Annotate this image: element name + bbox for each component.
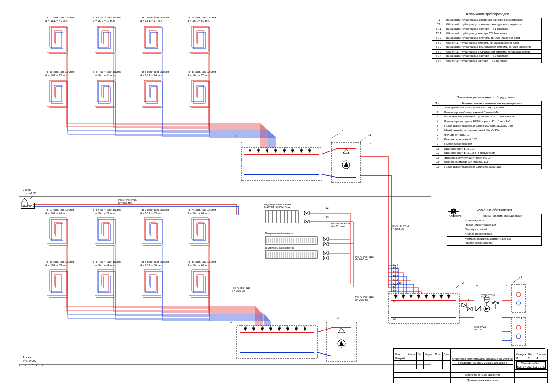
cu-label-1: Медь PN2528x1мм (481, 294, 493, 299)
pex-label-2: Pex-Al-Pex PN16d = 26x3 мм (355, 256, 374, 261)
line-tag: Т2.2 (393, 282, 398, 285)
loop-label: ТП 3-конт. шаг 150ммd = 16 L = 57 м.п. (140, 16, 169, 22)
svg-line-45 (317, 328, 331, 332)
line-tag: Т2.1 (393, 290, 398, 293)
floor2-level: 2 этажотм. +3,50 (23, 188, 36, 195)
pex-label-3: Pex-Al-Pex PN16d = 26x3 мм (391, 225, 409, 230)
callout-12a: 12 (368, 142, 371, 145)
pex-label-5: Pex-Al-Pex PN16d = 26x3 мм (355, 296, 374, 301)
svg-line-46 (317, 352, 331, 356)
loop-label: ТП 6-конт. шаг 150ммd = 16 L = 56 м.п. (140, 260, 169, 267)
loop-label: ТП 8-конт. шаг 150ммd = 16 L = 77 м.п. (45, 260, 74, 267)
svg-line-51 (455, 283, 461, 290)
floor1-level: 1 этажотм. 0,000 (23, 356, 36, 362)
callout-3a: 3 (342, 130, 343, 133)
callout-12b: 12 (326, 206, 329, 209)
line-tag: Т1.1 (393, 286, 398, 289)
loop-label: ТП 1-конт. шаг 150ммd = 16 L = 40 м.п. (45, 16, 74, 22)
convector-label-2: Внутрипольный конвектор (265, 246, 294, 249)
loop-label: ТП 8-конт. шаг 150ммd = 16 L = 29 м.п. (45, 71, 74, 77)
callout-10: 10 (399, 281, 402, 284)
line-tag: Т2 (393, 317, 396, 320)
loop-label: ТП 2-конт. шаг 150ммd = 16 L = 59 м.п. (93, 16, 121, 22)
loop-label: ТП 4-конт. шаг 150ммd = 16 L = 52 м.п. (188, 16, 216, 22)
floor2-loops (47, 26, 210, 108)
legend-table: Условные обозначения Обознач.Наименовани… (447, 208, 542, 246)
svg-line-47 (237, 137, 242, 143)
loop-label: ТП 1-конт. шаг 150ммd = 16 L = 47 м.п. (45, 208, 74, 214)
cu-label-2: Медь PN2528x1мм (474, 326, 486, 331)
callout-14: 14 (492, 294, 495, 296)
callout-1a: 1 (521, 276, 522, 278)
callout-13a: 13 (326, 216, 329, 219)
loop-label: ТП 6-конт. шаг 150ммd = 16 L = 74 м.п. (140, 71, 169, 77)
loop-label: ТП 5-конт. шаг 150ммd = 16 L = 67 м.п. (188, 260, 216, 267)
pex-label-20: Pex-Al-Pex PN16d = 20x2 мм (331, 223, 350, 228)
callout-1b: 1 (521, 316, 522, 319)
svg-line-52 (512, 277, 520, 283)
floor1-loops (47, 218, 210, 297)
line-tag: Т1.3 (393, 271, 398, 274)
loop-label: ТП 4-конт. шаг 150ммd = 16 L = 63 м.п. (188, 208, 216, 214)
svg-line-48 (331, 133, 341, 138)
svg-line-44 (322, 174, 336, 177)
loop-label: ТП 7-конт. шаг 150ммd = 16 L = 48 м.п. (93, 71, 121, 77)
callout-5: 5 (497, 301, 499, 304)
callout-11a: 11 (368, 134, 371, 136)
pex-label-4: Pex-Al-Pex PN16d = 26x3 мм (232, 287, 250, 292)
equip-table: Экспликация основного оборудования Поз.Н… (432, 96, 542, 169)
pipes-table: Экспликация трубопроводов Т1Подающий тру… (432, 12, 542, 63)
loop-label: ТП 5-конт. шаг 150ммd = 16 L = 75 м.п. (188, 71, 216, 77)
radiator-label: Радиатор Auster BimetallMASTER HF-500 / … (264, 204, 291, 209)
loop-label: ТП 3-конт. шаг 150ммd = 16 L = 63 м.п. (140, 208, 169, 214)
line-tag: Т1.2 (393, 278, 398, 281)
line-tag: Т2.4 (393, 267, 398, 270)
line-tag: Т2.3 (393, 275, 398, 277)
title-block: Изм.Кол.учЛист№ док.Подп.Дата Разраб. От… (393, 348, 545, 383)
callout-7: 7 (486, 301, 487, 304)
loop-label: ТП 2-конт. шаг 150ммd = 16 L = 72 м.п. (93, 208, 121, 214)
callout-8: 8 (468, 298, 469, 301)
banya-label: БАНЯ (21, 203, 35, 209)
line-tag: Т1 (393, 299, 396, 302)
line-tag: Т1.4 (393, 263, 398, 266)
convector-label-1: Внутрипольный конвектор (265, 232, 294, 235)
callout-9: 9 (506, 284, 507, 287)
svg-line-43 (322, 149, 336, 154)
callout-4a: 4 (235, 134, 236, 137)
callout-4b: 4 (230, 321, 232, 324)
loop-label: ТП 7-конт. шаг 150ммd = 16 L = 63 м.п. (93, 260, 121, 267)
callout-2: 2 (462, 281, 464, 284)
callout-3b: 3 (337, 316, 339, 319)
callout-6: 6 (476, 284, 478, 287)
svg-line-49 (360, 135, 367, 142)
pex-label-1: Pex-Al-Pex PN16d = 26x3 мм (118, 199, 137, 204)
